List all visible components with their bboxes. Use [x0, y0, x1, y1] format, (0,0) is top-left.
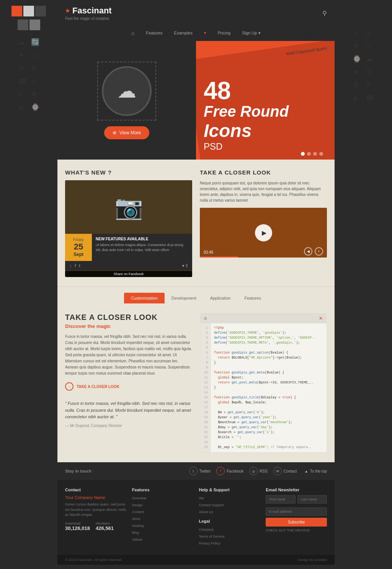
footer-bottom: © 2013 Fascinant. All rights reserved. D… — [57, 555, 335, 565]
nav-examples[interactable]: Examples — [174, 31, 193, 35]
photo-card: 📷 Friday 25 Sept NEW FEATURES AVAILABLE … — [65, 180, 192, 277]
archive-link[interactable]: CHECK OUT THE ARCHIVE — [266, 528, 327, 532]
subscribe-button[interactable]: Subscribe — [266, 518, 327, 527]
nav-signup[interactable]: Sign Up ▾ — [242, 31, 261, 36]
whats-new-right: TAKE A CLOSER LOOK Neque porro quisquam … — [200, 169, 327, 277]
facebook-link[interactable]: f Facebook — [216, 467, 243, 475]
hero-cloud-container: ☁ — [97, 62, 156, 121]
tab-customisation[interactable]: Customisation — [124, 293, 165, 303]
feature-description: Ut labore et dolore magna aliqua. Consec… — [96, 243, 188, 252]
play-button[interactable]: ▶ — [255, 224, 272, 241]
features-link-content[interactable]: Content — [132, 509, 193, 514]
take-closer-link[interactable]: → TAKE A CLOSER LOOK — [65, 382, 192, 391]
legal-link-terms[interactable]: Terms of Service — [199, 533, 260, 539]
nav-features[interactable]: Features — [146, 31, 162, 35]
content-main-title: TAKE A CLOSER LOOK — [65, 313, 192, 322]
swatch-light[interactable] — [23, 6, 34, 16]
swatch-mid2[interactable] — [29, 20, 40, 30]
photo-day-label: Friday — [70, 238, 87, 242]
contact-icon: ✉ — [273, 467, 282, 475]
carousel-dot-2[interactable] — [307, 152, 311, 156]
rss-label: RSS — [260, 469, 268, 473]
editor-menu-icon[interactable]: ≡ — [204, 316, 207, 321]
carousel-dot-4[interactable] — [319, 152, 323, 156]
features-link-overview[interactable]: Overview — [132, 495, 193, 501]
twitter-share-icon[interactable]: t — [79, 263, 80, 268]
blockquote-box: " Fusce in tortor massa, vel fringilla n… — [65, 396, 192, 432]
last-name-input[interactable] — [297, 495, 327, 504]
forward-button[interactable]: + — [315, 247, 323, 256]
social-share-icons: ↓ f t — [70, 263, 80, 268]
down-icon[interactable]: ↓ — [70, 263, 72, 268]
email-input[interactable] — [266, 507, 327, 516]
tab-application[interactable]: Application — [203, 293, 238, 303]
content-subtitle: Discover the magic — [65, 323, 192, 329]
swatch-row2 — [18, 20, 40, 30]
hero-psd-text: PSD — [204, 141, 289, 152]
help-link-contact-support[interactable]: Contact Support — [199, 502, 260, 507]
video-player[interactable]: ▶ 03:45 ◀ + — [200, 208, 327, 258]
help-link-we[interactable]: We — [199, 495, 260, 501]
design-credit: Design by Goodpix — [298, 558, 327, 562]
likes-count[interactable]: ♥ 3 — [182, 264, 188, 268]
features-link-hosting[interactable]: Hosting — [132, 523, 193, 528]
carousel-dot-1[interactable] — [301, 152, 305, 156]
stay-in-touch-label: Stay in touch — [65, 469, 181, 473]
play-icon: ▶ — [262, 229, 266, 236]
photo-date-side: Friday 25 Sept — [65, 234, 92, 261]
first-name-input[interactable] — [266, 495, 295, 504]
legal-link-privacy[interactable]: Privacy Policy — [199, 540, 260, 546]
editor-close-button[interactable]: ✕ — [319, 316, 323, 321]
rewind-button[interactable]: ◀ — [304, 247, 312, 256]
carousel-dot-3[interactable] — [313, 152, 317, 156]
twitter-icon: t — [189, 467, 198, 475]
tab-features[interactable]: Features — [237, 293, 268, 303]
features-link-design[interactable]: Design — [132, 502, 193, 507]
swatch-orange[interactable] — [11, 6, 22, 16]
whats-new-left: WHAT'S NEW ? 📷 Friday 25 Sept NEW FEATUR… — [65, 169, 192, 277]
features-link-videos[interactable]: Videos — [132, 536, 193, 542]
features-link-blog[interactable]: Blog — [132, 530, 193, 535]
facebook-label: Facebook — [227, 469, 243, 473]
nav-home-icon[interactable]: ⌂ — [131, 30, 134, 36]
content-body-text: Fusce in tortor massa, vel fringilla nib… — [65, 334, 192, 377]
legal-link-company[interactable]: Company — [199, 527, 260, 532]
help-link-about[interactable]: About Us — [199, 509, 260, 514]
photo-bottom: ↓ f t ♥ 3 — [65, 261, 192, 270]
code-editor-header: ≡ ✕ — [200, 313, 327, 323]
features-links-list: Overview Design Content Store Hosting Bl… — [132, 495, 193, 542]
site-nav: ⌂ Features Examples • Pricing Sign Up ▾ — [57, 26, 335, 41]
content-left: TAKE A CLOSER LOOK Discover the magic Fu… — [65, 313, 192, 453]
legal-links-list: Company Terms of Service Privacy Policy — [199, 527, 260, 546]
twitter-link[interactable]: t Twitter — [189, 467, 211, 475]
features-link-store[interactable]: Store — [132, 516, 193, 521]
main-wrapper: ★ Fascinant Feel the magic of creative. … — [57, 0, 335, 565]
download-value: 30,126,018 — [65, 525, 90, 531]
facebook-share-icon[interactable]: f — [75, 263, 76, 268]
hero-right: 48 Free Round Icons PSD Well Organized l… — [196, 41, 335, 160]
to-top-label: To the top — [310, 469, 327, 473]
photo-overlay: Friday 25 Sept NEW FEATURES AVAILABLE Ut… — [65, 234, 192, 261]
swatch-dark[interactable] — [35, 6, 46, 16]
nav-pricing[interactable]: Pricing — [218, 31, 231, 35]
photo-main-image: 📷 — [65, 180, 192, 234]
left-sidebar: ☁🔄 ★◎ ♻⚙ ☎⊕ ⊗❖ ◈⌚ — [0, 0, 57, 565]
search-button[interactable]: ⚲ — [322, 10, 327, 17]
blockquote-author: — Mr Dupond, Company Director — [65, 424, 192, 428]
footer-stats: Download 30,126,018 Members 426,561 — [65, 522, 126, 531]
footer-main: Contact Your Company Name Donec cursus d… — [57, 480, 335, 555]
rss-link[interactable]: ◎ RSS — [249, 467, 268, 475]
code-content: 12345 678910 1112131415 1617181920 21222… — [200, 323, 327, 452]
contact-link[interactable]: ✉ Contact — [273, 467, 297, 475]
site-header: ★ Fascinant Feel the magic of creative. … — [57, 0, 335, 26]
whats-new-title: WHAT'S NEW ? — [65, 169, 192, 176]
to-top-button[interactable]: ▲ To the top — [304, 469, 327, 473]
dropdown-icon: ▾ — [258, 31, 261, 36]
content-section: TAKE A CLOSER LOOK Discover the magic Fu… — [57, 303, 335, 462]
swatch-mid1[interactable] — [18, 20, 28, 30]
view-more-button[interactable]: ⊕ View More — [104, 126, 149, 139]
logo-area: ★ Fascinant Feel the magic of creative. — [65, 6, 112, 21]
photo-content-side: NEW FEATURES AVAILABLE Ut labore et dolo… — [92, 234, 192, 261]
tab-development[interactable]: Development — [165, 293, 203, 303]
chevron-up-icon: ▲ — [304, 469, 308, 473]
